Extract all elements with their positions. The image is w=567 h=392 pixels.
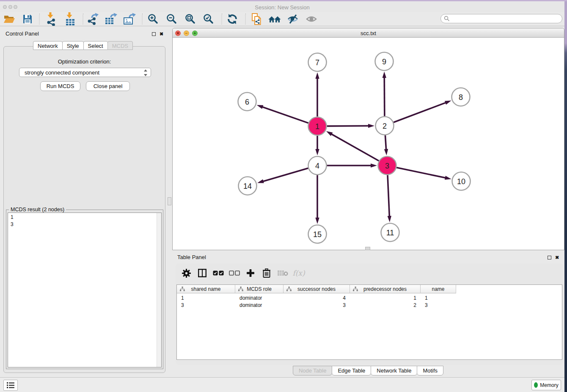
select-all-columns-icon[interactable] — [210, 266, 226, 280]
svg-text:2: 2 — [383, 122, 387, 130]
graph-node-14[interactable]: 14 — [239, 177, 257, 195]
graph-edge-3-11[interactable] — [388, 175, 391, 222]
graph-edge-1-4[interactable] — [315, 136, 319, 156]
graph-edge-4-15[interactable] — [315, 175, 319, 224]
table-cell[interactable]: dominator — [235, 302, 284, 309]
network-title: scc.txt — [173, 30, 564, 36]
tab-network-table[interactable]: Network Table — [371, 366, 417, 375]
graph-node-10[interactable]: 10 — [452, 172, 471, 190]
export-image-icon[interactable] — [121, 12, 138, 26]
column-header-name[interactable]: name — [421, 285, 456, 293]
window-titlebar[interactable]: Session: New Session — [0, 1, 564, 12]
table-panel-close-icon[interactable]: ✖ — [555, 255, 559, 259]
graph-node-1[interactable]: 1 — [308, 117, 327, 135]
graph-edge-2-9[interactable] — [383, 72, 386, 116]
graph-edge-2-3[interactable] — [384, 135, 388, 155]
add-column-icon[interactable] — [242, 266, 259, 280]
table-cell[interactable]: dominator — [235, 295, 284, 302]
horizontal-splitter-grip[interactable] — [365, 247, 370, 250]
graph-node-9[interactable]: 9 — [375, 52, 394, 71]
column-header-predecessor-nodes[interactable]: predecessor nodes — [350, 285, 421, 293]
criterion-dropdown[interactable]: strongly connected component — [19, 68, 151, 77]
node-table[interactable]: shared nameMCDS rolesuccessor nodesprede… — [176, 284, 562, 360]
table-cell[interactable]: 3 — [177, 302, 235, 309]
graph-node-6[interactable]: 6 — [238, 93, 256, 111]
split-view-icon[interactable] — [194, 266, 210, 280]
table-cell[interactable]: 3 — [421, 302, 456, 309]
delete-column-icon[interactable] — [259, 266, 275, 280]
memory-button[interactable]: Memory — [531, 380, 561, 390]
tab-node-table[interactable]: Node Table — [293, 366, 333, 375]
unselect-all-columns-icon[interactable] — [226, 266, 242, 280]
save-session-icon[interactable] — [19, 12, 36, 26]
tab-select[interactable]: Select — [83, 41, 108, 50]
table-cell[interactable]: 1 — [350, 295, 421, 302]
graph-node-8[interactable]: 8 — [452, 88, 470, 106]
zoom-out-icon[interactable] — [163, 12, 180, 26]
control-panel-close-icon[interactable]: ✖ — [160, 32, 163, 36]
table-cell[interactable]: 2 — [350, 302, 421, 309]
function-builder-icon[interactable]: f(x) — [291, 266, 307, 280]
export-network-icon[interactable] — [84, 12, 101, 26]
table-cell[interactable]: 1 — [421, 295, 456, 302]
copy-network-icon[interactable] — [248, 12, 265, 26]
show-graphics-details-icon[interactable] — [303, 12, 320, 26]
result-scrollbar[interactable] — [157, 213, 161, 367]
task-history-button[interactable] — [3, 380, 18, 391]
hide-graphics-details-icon[interactable] — [284, 12, 301, 26]
tab-edge-table[interactable]: Edge Table — [332, 366, 371, 375]
table-cell[interactable]: 3 — [284, 302, 350, 309]
export-table-icon[interactable] — [102, 12, 119, 26]
graph-edge-3-10[interactable] — [396, 168, 451, 180]
graph-edge-3-1[interactable] — [326, 131, 379, 161]
network-canvas[interactable]: 7968124314101511 — [173, 38, 564, 250]
graph-node-11[interactable]: 11 — [381, 224, 399, 242]
run-mcds-button[interactable]: Run MCDS — [40, 81, 80, 91]
open-session-icon[interactable] — [1, 12, 18, 26]
tab-motifs[interactable]: Motifs — [417, 366, 443, 375]
graph-node-2[interactable]: 2 — [376, 117, 394, 135]
network-window-titlebar[interactable]: ✕ − + scc.txt — [173, 28, 564, 38]
graph-edge-1-7[interactable] — [315, 72, 319, 117]
close-panel-button[interactable]: Close panel — [86, 81, 130, 91]
zoom-in-icon[interactable] — [145, 12, 162, 26]
table-cell[interactable]: 4 — [284, 295, 350, 302]
nested-networks-icon[interactable] — [266, 12, 283, 26]
column-header-shared-name[interactable]: shared name — [177, 285, 235, 293]
zoom-selected-icon[interactable] — [200, 12, 217, 26]
table-header: shared nameMCDS rolesuccessor nodesprede… — [177, 285, 456, 293]
graph-edge-1-2[interactable] — [327, 124, 374, 128]
network-graph[interactable]: 7968124314101511 — [173, 38, 564, 250]
graph-edge-1-6[interactable] — [257, 105, 308, 123]
svg-text:15: 15 — [313, 230, 322, 239]
delete-table-icon[interactable] — [275, 266, 291, 280]
graph-node-3[interactable]: 3 — [378, 157, 396, 175]
search-input[interactable] — [440, 14, 562, 23]
mcds-result-area[interactable]: 1 3 — [8, 213, 162, 367]
zoom-fit-icon[interactable] — [182, 12, 199, 26]
table-panel-float-icon[interactable] — [548, 256, 551, 259]
vertical-splitter-grip[interactable] — [168, 197, 171, 205]
tab-network[interactable]: Network — [33, 41, 63, 50]
column-header-successor-nodes[interactable]: successor nodes — [284, 285, 350, 293]
graph-edge-4-14[interactable] — [257, 168, 308, 183]
graph-edge-4-3[interactable] — [327, 163, 377, 167]
table-cell[interactable]: 1 — [177, 295, 235, 302]
graph-edge-2-8[interactable] — [394, 100, 451, 122]
import-network-icon[interactable] — [43, 12, 60, 26]
table-settings-icon[interactable] — [178, 266, 194, 280]
table-row[interactable]: 1dominator411 — [177, 295, 456, 302]
import-table-icon[interactable] — [62, 12, 79, 26]
graph-node-7[interactable]: 7 — [308, 53, 327, 72]
network-window[interactable]: ✕ − + scc.txt 7968124314101511 — [172, 28, 564, 250]
column-header-MCDS-role[interactable]: MCDS role — [235, 285, 284, 293]
tab-mcds[interactable]: MCDS — [107, 41, 133, 50]
toolbar-separator — [83, 14, 83, 25]
search-icon — [444, 16, 450, 22]
table-row[interactable]: 3dominator323 — [177, 302, 456, 309]
tab-style[interactable]: Style — [62, 41, 84, 50]
refresh-view-icon[interactable] — [224, 12, 241, 26]
graph-node-4[interactable]: 4 — [308, 157, 327, 175]
graph-node-15[interactable]: 15 — [308, 225, 327, 243]
control-panel-float-icon[interactable] — [152, 32, 156, 36]
